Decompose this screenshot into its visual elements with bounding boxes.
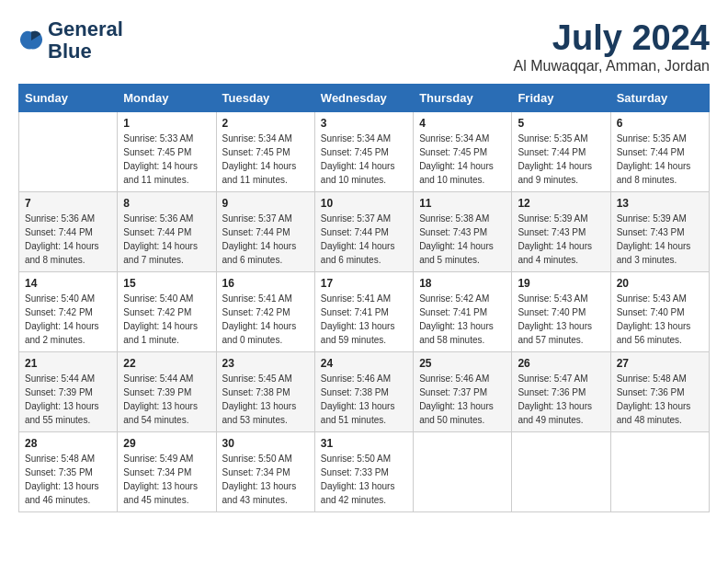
calendar-cell: 13Sunrise: 5:39 AM Sunset: 7:43 PM Dayli… <box>610 192 709 272</box>
day-info: Sunrise: 5:46 AM Sunset: 7:37 PM Dayligh… <box>419 372 506 427</box>
calendar-week-row: 7Sunrise: 5:36 AM Sunset: 7:44 PM Daylig… <box>19 192 710 272</box>
day-number: 30 <box>222 437 309 450</box>
day-number: 6 <box>617 117 703 130</box>
day-number: 24 <box>321 357 407 370</box>
day-info: Sunrise: 5:41 AM Sunset: 7:42 PM Dayligh… <box>222 292 309 347</box>
day-info: Sunrise: 5:48 AM Sunset: 7:35 PM Dayligh… <box>25 452 111 507</box>
day-info: Sunrise: 5:50 AM Sunset: 7:34 PM Dayligh… <box>222 452 309 507</box>
day-info: Sunrise: 5:43 AM Sunset: 7:40 PM Dayligh… <box>518 292 604 347</box>
day-number: 17 <box>321 277 407 290</box>
day-number: 29 <box>123 437 210 450</box>
day-number: 16 <box>222 277 309 290</box>
day-number: 5 <box>518 117 604 130</box>
location: Al Muwaqqar, Amman, Jordan <box>514 58 710 75</box>
day-info: Sunrise: 5:33 AM Sunset: 7:45 PM Dayligh… <box>123 132 210 187</box>
calendar-cell: 8Sunrise: 5:36 AM Sunset: 7:44 PM Daylig… <box>118 192 216 272</box>
calendar-cell: 27Sunrise: 5:48 AM Sunset: 7:36 PM Dayli… <box>610 352 709 432</box>
logo-text: General Blue <box>48 18 123 63</box>
calendar-cell: 23Sunrise: 5:45 AM Sunset: 7:38 PM Dayli… <box>216 352 314 432</box>
day-info: Sunrise: 5:34 AM Sunset: 7:45 PM Dayligh… <box>419 132 506 187</box>
day-number: 1 <box>123 117 210 130</box>
calendar-cell: 30Sunrise: 5:50 AM Sunset: 7:34 PM Dayli… <box>216 432 314 512</box>
day-info: Sunrise: 5:39 AM Sunset: 7:43 PM Dayligh… <box>518 212 604 267</box>
calendar-week-row: 21Sunrise: 5:44 AM Sunset: 7:39 PM Dayli… <box>19 352 710 432</box>
calendar-cell: 2Sunrise: 5:34 AM Sunset: 7:45 PM Daylig… <box>216 112 314 192</box>
day-info: Sunrise: 5:38 AM Sunset: 7:43 PM Dayligh… <box>419 212 506 267</box>
day-number: 14 <box>25 277 111 290</box>
calendar-cell <box>512 432 610 512</box>
weekday-header-monday: Monday <box>118 85 216 112</box>
calendar-cell: 14Sunrise: 5:40 AM Sunset: 7:42 PM Dayli… <box>19 272 118 352</box>
day-number: 13 <box>617 197 703 210</box>
calendar-cell: 9Sunrise: 5:37 AM Sunset: 7:44 PM Daylig… <box>216 192 314 272</box>
calendar-cell: 11Sunrise: 5:38 AM Sunset: 7:43 PM Dayli… <box>414 192 512 272</box>
day-number: 21 <box>25 357 111 370</box>
day-number: 4 <box>419 117 506 130</box>
day-number: 22 <box>123 357 210 370</box>
day-number: 20 <box>617 277 703 290</box>
page-header: General Blue July 2024 Al Muwaqqar, Amma… <box>18 18 710 75</box>
calendar-cell: 22Sunrise: 5:44 AM Sunset: 7:39 PM Dayli… <box>118 352 216 432</box>
day-info: Sunrise: 5:44 AM Sunset: 7:39 PM Dayligh… <box>123 372 210 427</box>
weekday-header-saturday: Saturday <box>610 85 709 112</box>
calendar-cell: 7Sunrise: 5:36 AM Sunset: 7:44 PM Daylig… <box>19 192 118 272</box>
calendar-cell: 24Sunrise: 5:46 AM Sunset: 7:38 PM Dayli… <box>314 352 413 432</box>
day-number: 23 <box>222 357 309 370</box>
month-title: July 2024 <box>514 18 710 58</box>
day-info: Sunrise: 5:47 AM Sunset: 7:36 PM Dayligh… <box>518 372 604 427</box>
weekday-header-thursday: Thursday <box>414 85 512 112</box>
day-number: 10 <box>321 197 407 210</box>
day-info: Sunrise: 5:50 AM Sunset: 7:33 PM Dayligh… <box>321 452 407 507</box>
calendar-cell: 20Sunrise: 5:43 AM Sunset: 7:40 PM Dayli… <box>610 272 709 352</box>
calendar-cell <box>414 432 512 512</box>
day-info: Sunrise: 5:45 AM Sunset: 7:38 PM Dayligh… <box>222 372 309 427</box>
day-info: Sunrise: 5:40 AM Sunset: 7:42 PM Dayligh… <box>123 292 210 347</box>
logo: General Blue <box>18 18 123 63</box>
calendar-cell <box>19 112 118 192</box>
calendar-cell: 4Sunrise: 5:34 AM Sunset: 7:45 PM Daylig… <box>414 112 512 192</box>
day-number: 27 <box>617 357 703 370</box>
day-number: 12 <box>518 197 604 210</box>
day-info: Sunrise: 5:41 AM Sunset: 7:41 PM Dayligh… <box>321 292 407 347</box>
day-number: 9 <box>222 197 309 210</box>
calendar-week-row: 14Sunrise: 5:40 AM Sunset: 7:42 PM Dayli… <box>19 272 710 352</box>
day-info: Sunrise: 5:35 AM Sunset: 7:44 PM Dayligh… <box>518 132 604 187</box>
weekday-header-wednesday: Wednesday <box>314 85 413 112</box>
calendar-cell: 31Sunrise: 5:50 AM Sunset: 7:33 PM Dayli… <box>314 432 413 512</box>
calendar-week-row: 28Sunrise: 5:48 AM Sunset: 7:35 PM Dayli… <box>19 432 710 512</box>
calendar-cell <box>610 432 709 512</box>
calendar-cell: 18Sunrise: 5:42 AM Sunset: 7:41 PM Dayli… <box>414 272 512 352</box>
calendar-cell: 12Sunrise: 5:39 AM Sunset: 7:43 PM Dayli… <box>512 192 610 272</box>
day-number: 2 <box>222 117 309 130</box>
day-number: 7 <box>25 197 111 210</box>
calendar-table: SundayMondayTuesdayWednesdayThursdayFrid… <box>18 84 710 512</box>
day-number: 26 <box>518 357 604 370</box>
day-number: 8 <box>123 197 210 210</box>
calendar-cell: 15Sunrise: 5:40 AM Sunset: 7:42 PM Dayli… <box>118 272 216 352</box>
calendar-cell: 26Sunrise: 5:47 AM Sunset: 7:36 PM Dayli… <box>512 352 610 432</box>
calendar-cell: 25Sunrise: 5:46 AM Sunset: 7:37 PM Dayli… <box>414 352 512 432</box>
day-info: Sunrise: 5:44 AM Sunset: 7:39 PM Dayligh… <box>25 372 111 427</box>
day-info: Sunrise: 5:43 AM Sunset: 7:40 PM Dayligh… <box>617 292 703 347</box>
calendar-week-row: 1Sunrise: 5:33 AM Sunset: 7:45 PM Daylig… <box>19 112 710 192</box>
calendar-cell: 1Sunrise: 5:33 AM Sunset: 7:45 PM Daylig… <box>118 112 216 192</box>
calendar-cell: 19Sunrise: 5:43 AM Sunset: 7:40 PM Dayli… <box>512 272 610 352</box>
day-number: 28 <box>25 437 111 450</box>
day-info: Sunrise: 5:37 AM Sunset: 7:44 PM Dayligh… <box>321 212 407 267</box>
calendar-cell: 5Sunrise: 5:35 AM Sunset: 7:44 PM Daylig… <box>512 112 610 192</box>
calendar-cell: 29Sunrise: 5:49 AM Sunset: 7:34 PM Dayli… <box>118 432 216 512</box>
day-number: 18 <box>419 277 506 290</box>
day-info: Sunrise: 5:34 AM Sunset: 7:45 PM Dayligh… <box>222 132 309 187</box>
calendar-cell: 17Sunrise: 5:41 AM Sunset: 7:41 PM Dayli… <box>314 272 413 352</box>
calendar-cell: 3Sunrise: 5:34 AM Sunset: 7:45 PM Daylig… <box>314 112 413 192</box>
day-info: Sunrise: 5:37 AM Sunset: 7:44 PM Dayligh… <box>222 212 309 267</box>
weekday-header-tuesday: Tuesday <box>216 85 314 112</box>
day-info: Sunrise: 5:34 AM Sunset: 7:45 PM Dayligh… <box>321 132 407 187</box>
day-info: Sunrise: 5:40 AM Sunset: 7:42 PM Dayligh… <box>25 292 111 347</box>
calendar-cell: 10Sunrise: 5:37 AM Sunset: 7:44 PM Dayli… <box>314 192 413 272</box>
day-info: Sunrise: 5:39 AM Sunset: 7:43 PM Dayligh… <box>617 212 703 267</box>
day-info: Sunrise: 5:35 AM Sunset: 7:44 PM Dayligh… <box>617 132 703 187</box>
day-number: 3 <box>321 117 407 130</box>
day-number: 15 <box>123 277 210 290</box>
day-info: Sunrise: 5:48 AM Sunset: 7:36 PM Dayligh… <box>617 372 703 427</box>
